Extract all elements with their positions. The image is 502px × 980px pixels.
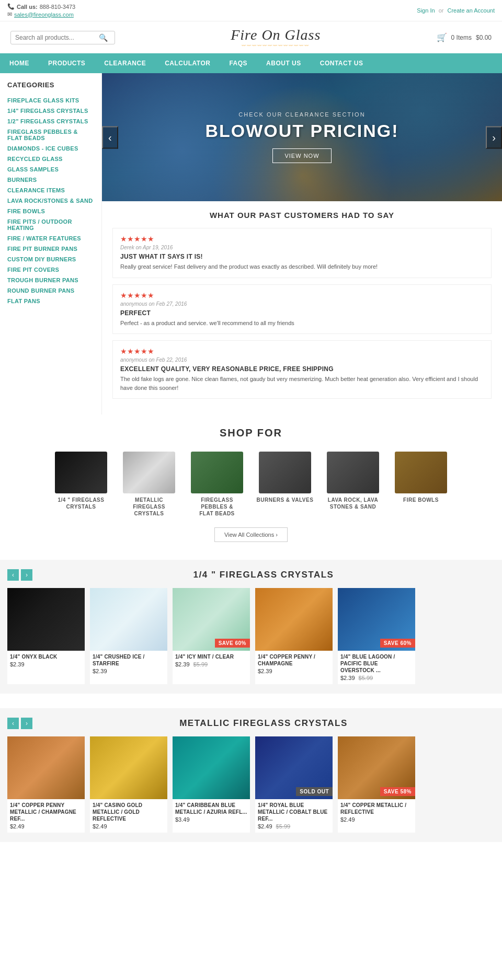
main-layout: CATEGORIES FIREPLACE GLASS KITS 1/4" FIR… bbox=[0, 73, 502, 414]
search-input[interactable] bbox=[15, 34, 99, 41]
metallic-grid: 1/4" COPPER PENNY METALLIC / CHAMPAGNE R… bbox=[7, 736, 495, 833]
nav-clearance[interactable]: CLEARANCE bbox=[95, 53, 155, 73]
shop-cat-metallic[interactable]: METALLIC FIREGLASSCRYSTALS bbox=[120, 452, 178, 517]
review-stars-1: ★★★★★ bbox=[120, 235, 484, 243]
product-casino-gold[interactable]: 1/4" CASINO GOLD METALLIC / GOLD REFLECT… bbox=[90, 736, 167, 833]
product-img-wrap-copper bbox=[255, 588, 333, 651]
sidebar-item-diy[interactable]: CUSTOM DIY BURNERS bbox=[7, 254, 94, 264]
email-line: ✉ sales@fireonglass.com bbox=[7, 11, 75, 18]
shop-cat-lava[interactable]: LAVA ROCK, LAVASTONES & SAND bbox=[324, 452, 382, 517]
shop-cat-img-metallic bbox=[123, 452, 175, 493]
sidebar-item-diamonds[interactable]: DIAMONDS - ICE CUBES bbox=[7, 143, 94, 154]
shop-cat-img-fireglass-14 bbox=[55, 452, 107, 493]
product-original-royal: $5.99 bbox=[276, 823, 291, 829]
product-img-wrap-royal: SOLD OUT bbox=[255, 736, 333, 799]
sidebar-item-trough[interactable]: TROUGH BURNER PANS bbox=[7, 275, 94, 285]
metallic-next[interactable]: › bbox=[21, 718, 32, 729]
cart-items: 0 Items bbox=[451, 34, 472, 41]
product-img-crushed bbox=[90, 588, 167, 651]
sidebar-item-flat[interactable]: FLAT PANS bbox=[7, 296, 94, 306]
metallic-section: ‹ › METALLIC FIREGLASS CRYSTALS 1/4" COP… bbox=[0, 708, 502, 842]
product-royal-blue[interactable]: SOLD OUT 1/4" ROYAL BLUE METALLIC / COBA… bbox=[255, 736, 333, 833]
review-meta-1: Derek on Apr 19, 2016 bbox=[120, 245, 484, 250]
shop-for-title: SHOP FOR bbox=[10, 427, 492, 439]
nav-calculator[interactable]: CALCULATOR bbox=[155, 53, 220, 73]
sidebar-item-bowls[interactable]: FIRE BOWLS bbox=[7, 206, 94, 216]
product-onyx-black[interactable]: 1/4" ONYX BLACK $2.39 bbox=[7, 588, 85, 684]
product-price-copper-ref: $2.49 bbox=[340, 816, 413, 823]
shop-cat-bowls[interactable]: FIRE BOWLS bbox=[392, 452, 450, 517]
product-img-wrap-crushed bbox=[90, 588, 167, 651]
shop-cat-burners[interactable]: BURNERS & VALVES bbox=[256, 452, 314, 517]
product-copper-met[interactable]: 1/4" COPPER PENNY METALLIC / CHAMPAGNE R… bbox=[7, 736, 85, 833]
sidebar: CATEGORIES FIREPLACE GLASS KITS 1/4" FIR… bbox=[0, 73, 102, 414]
fireglass-14-header: ‹ › 1/4 " FIREGLASS CRYSTALS bbox=[7, 569, 495, 581]
search-icon: 🔍 bbox=[99, 33, 108, 42]
sidebar-item-water[interactable]: FIRE / WATER FEATURES bbox=[7, 233, 94, 244]
auth-separator: or bbox=[439, 7, 444, 14]
product-price-royal: $2.49 $5.99 bbox=[258, 823, 330, 829]
sidebar-item-recycled[interactable]: RECYCLED GLASS bbox=[7, 154, 94, 164]
logo[interactable]: Fire On Glass 〰〰〰〰〰〰〰〰〰〰〰〰〰 bbox=[231, 27, 321, 48]
sidebar-item-burner-pans[interactable]: FIRE PIT BURNER PANS bbox=[7, 244, 94, 254]
product-copper-ref[interactable]: SAVE 58% 1/4" COPPER METALLIC / REFLECTI… bbox=[338, 736, 415, 833]
shop-cat-img-lava bbox=[327, 452, 379, 493]
create-account-link[interactable]: Create an Account bbox=[447, 7, 495, 14]
metallic-title: METALLIC FIREGLASS CRYSTALS bbox=[32, 718, 495, 729]
product-name-gold: 1/4" CASINO GOLD METALLIC / GOLD REFLECT… bbox=[93, 802, 165, 822]
shop-for-section: SHOP FOR 1/4 " FIREGLASSCRYSTALS METALLI… bbox=[0, 414, 502, 555]
product-caribbean[interactable]: 1/4" CARIBBEAN BLUE METALLIC / AZURIA RE… bbox=[173, 736, 250, 833]
sidebar-item-round[interactable]: ROUND BURNER PANS bbox=[7, 285, 94, 296]
sidebar-item-14-fireglass[interactable]: 1/4" FIREGLASS CRYSTALS bbox=[7, 106, 94, 116]
product-blue-lagoon[interactable]: SAVE 60% 1/4" BLUE LAGOON / PACIFIC BLUE… bbox=[338, 588, 415, 684]
sidebar-item-lava[interactable]: LAVA ROCK/STONES & SAND bbox=[7, 195, 94, 206]
section-divider bbox=[0, 694, 502, 703]
nav-about[interactable]: ABOUT US bbox=[257, 53, 311, 73]
metallic-prev[interactable]: ‹ bbox=[7, 718, 19, 729]
sidebar-item-pit-covers[interactable]: FIRE PIT COVERS bbox=[7, 264, 94, 275]
sidebar-item-burners[interactable]: BURNERS bbox=[7, 175, 94, 185]
hero-cta-button[interactable]: VIEW NOW bbox=[272, 148, 331, 163]
shop-cat-pebbles[interactable]: FIREGLASS PEBBLES &FLAT BEADS bbox=[188, 452, 246, 517]
product-copper-penny[interactable]: 1/4" COPPER PENNY / CHAMPAGNE $2.39 bbox=[255, 588, 333, 684]
product-price-gold: $2.49 bbox=[93, 823, 165, 829]
shop-cat-label-pebbles: FIREGLASS PEBBLES &FLAT BEADS bbox=[188, 497, 246, 517]
email-link[interactable]: sales@fireonglass.com bbox=[14, 11, 74, 18]
shop-cat-fireglass-14[interactable]: 1/4 " FIREGLASSCRYSTALS bbox=[52, 452, 110, 517]
product-price-crushed: $2.39 bbox=[93, 668, 165, 674]
logo-tagline: 〰〰〰〰〰〰〰〰〰〰〰〰〰 bbox=[231, 43, 321, 48]
product-original-mint: $5.99 bbox=[193, 661, 208, 667]
product-price-mint: $2.39 $5.99 bbox=[175, 661, 247, 667]
sidebar-item-12-fireglass[interactable]: 1/2" FIREGLASS CRYSTALS bbox=[7, 116, 94, 126]
hero-title: BLOWOUT PRICING! bbox=[205, 121, 398, 141]
nav-home[interactable]: HOME bbox=[0, 53, 39, 73]
review-stars-3: ★★★★★ bbox=[120, 347, 484, 355]
product-badge-royal: SOLD OUT bbox=[296, 787, 333, 796]
search-bar[interactable]: 🔍 bbox=[10, 31, 115, 44]
review-card-1: ★★★★★ Derek on Apr 19, 2016 JUST WHAT IT… bbox=[112, 228, 492, 278]
sidebar-item-clearance[interactable]: CLEARANCE ITEMS bbox=[7, 185, 94, 195]
shop-cat-label-burners: BURNERS & VALVES bbox=[256, 497, 314, 503]
review-headline-1: JUST WHAT IT SAYS IT IS! bbox=[120, 253, 484, 260]
product-crushed-ice[interactable]: 1/4" CRUSHED ICE / STARFIRE $2.39 bbox=[90, 588, 167, 684]
product-name-mint: 1/4" ICY MINT / CLEAR bbox=[175, 653, 247, 660]
sidebar-item-pebbles[interactable]: FIREGLASS PEBBLES & FLAT BEADS bbox=[7, 126, 94, 143]
top-bar: 📞 Call us: 888-810-3473 ✉ sales@fireongl… bbox=[0, 0, 502, 21]
fireglass-14-next[interactable]: › bbox=[21, 569, 32, 581]
sidebar-item-firepits[interactable]: FIRE PITS / OUTDOOR HEATING bbox=[7, 216, 94, 233]
nav-contact[interactable]: CONTACT US bbox=[311, 53, 373, 73]
product-icy-mint[interactable]: SAVE 60% 1/4" ICY MINT / CLEAR $2.39 $5.… bbox=[173, 588, 250, 684]
nav-faqs[interactable]: FAQS bbox=[220, 53, 257, 73]
product-price-copper-met: $2.49 bbox=[10, 823, 82, 829]
sidebar-item-fireplace-kits[interactable]: FIREPLACE GLASS KITS bbox=[7, 95, 94, 106]
view-all-collections-button[interactable]: View All Collections › bbox=[214, 527, 288, 542]
logo-text: Fire On Glass bbox=[231, 27, 321, 43]
nav-products[interactable]: PRODUCTS bbox=[39, 53, 95, 73]
fireglass-14-prev[interactable]: ‹ bbox=[7, 569, 19, 581]
product-img-wrap-blue: SAVE 60% bbox=[338, 588, 415, 651]
cart-area[interactable]: 🛒 0 Items $0.00 bbox=[437, 32, 492, 42]
signin-link[interactable]: Sign In bbox=[417, 7, 435, 14]
sidebar-item-samples[interactable]: GLASS SAMPLES bbox=[7, 164, 94, 175]
product-name-copper-met: 1/4" COPPER PENNY METALLIC / CHAMPAGNE R… bbox=[10, 802, 82, 822]
hero-next-button[interactable]: › bbox=[486, 126, 502, 148]
